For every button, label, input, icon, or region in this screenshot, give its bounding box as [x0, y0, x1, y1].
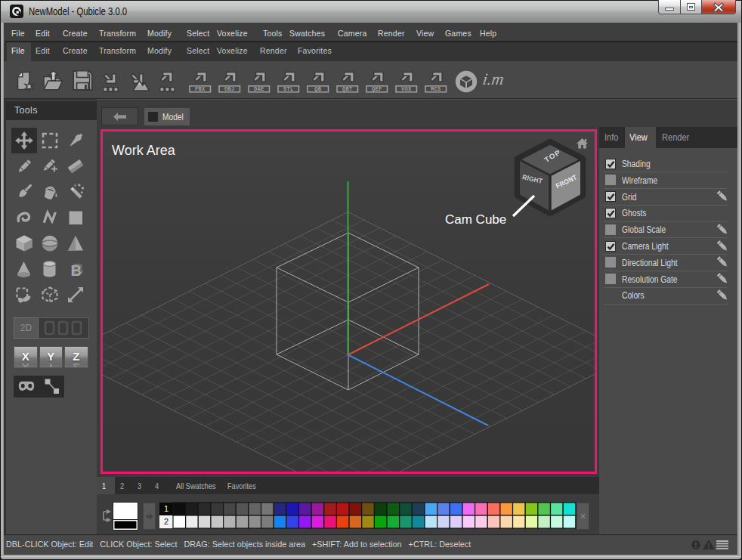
svg-text:QB: QB [314, 86, 322, 92]
svg-text:FBX: FBX [195, 86, 206, 92]
svg-text:QBT: QBT [342, 86, 353, 92]
svg-text:MCS: MCS [431, 86, 441, 92]
svg-text:OBJ: OBJ [224, 86, 235, 92]
svg-text:STL: STL [283, 86, 294, 92]
svg-text:QEF: QEF [372, 86, 382, 92]
svg-text:VOX: VOX [401, 86, 412, 92]
svg-text:B: B [71, 262, 82, 279]
svg-text:DAE: DAE [254, 86, 264, 92]
